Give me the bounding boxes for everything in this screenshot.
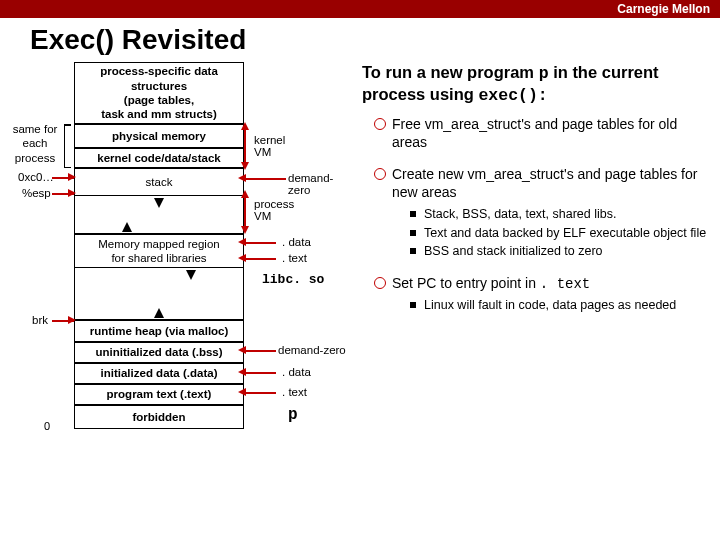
redhead-proc-u-icon (241, 190, 249, 198)
box-kernel-structs: process-specific data structures (page t… (74, 62, 244, 124)
label-dz2: demand-zero (278, 344, 346, 356)
kvm-l1: process-specific data (100, 65, 218, 77)
arrow-heap-up-icon (154, 308, 164, 318)
main-area: process-specific data structures (page t… (0, 62, 720, 532)
sub-list-3: Linux will fault in code, data pages as … (392, 297, 710, 314)
label-kernel-vm: kernel VM (254, 134, 285, 158)
mmap-l1: Memory mapped region (98, 237, 219, 251)
kvm-l2: structures (131, 80, 187, 92)
brace-kernel-icon (64, 124, 70, 168)
redline-text-icon (244, 392, 276, 394)
redhead-proc-d-icon (241, 226, 249, 234)
label-esp: %esp (22, 186, 51, 200)
bullet-2b: Text and data backed by ELF executable o… (410, 225, 710, 242)
box-text: program text (.text) (74, 384, 244, 405)
redline-shlib1-icon (244, 242, 276, 244)
label-process-vm: process VM (254, 198, 294, 222)
box-stack: stack (74, 168, 244, 196)
label-rdata1: . data (282, 236, 311, 248)
arrow-brk-head-icon (68, 316, 76, 324)
box-mmap: Memory mapped region for shared librarie… (74, 234, 244, 268)
label-rdata2: . data (282, 366, 311, 378)
label-rtext1: . text (282, 252, 307, 264)
redline-data-icon (244, 372, 276, 374)
box-heap: runtime heap (via malloc) (74, 320, 244, 342)
redhead-shlib1-icon (238, 238, 246, 246)
redhead-kvm-u-icon (241, 122, 249, 130)
bullet-2a: Stack, BSS, data, text, shared libs. (410, 206, 710, 223)
box-phys-mem: physical memory (74, 124, 244, 148)
label-same-for: same for each process (8, 122, 62, 165)
label-libc: libc. so (262, 272, 324, 287)
kvm-l4: task and mm structs) (101, 108, 217, 120)
subheading: To run a new program p in the current pr… (362, 62, 710, 107)
bullet-list: Free vm_area_struct's and page tables fo… (362, 115, 710, 314)
brand-bar: Carnegie Mellon (0, 0, 720, 18)
label-rtext2: . text (282, 386, 307, 398)
redhead-text-icon (238, 388, 246, 396)
arrow-0xc0-head-icon (68, 173, 76, 181)
box-data: initialized data (.data) (74, 363, 244, 384)
redhead-dz1-icon (238, 174, 246, 182)
arrow-stack-down-icon (154, 198, 164, 208)
redhead-data-icon (238, 368, 246, 376)
bullet-3a: Linux will fault in code, data pages as … (410, 297, 710, 314)
redline-dz2-icon (244, 350, 276, 352)
box-kernel-code: kernel code/data/stack (74, 148, 244, 168)
diagram: process-specific data structures (page t… (4, 62, 354, 532)
mmap-l2: for shared libraries (111, 251, 206, 265)
bullet-1: Free vm_area_struct's and page tables fo… (374, 115, 710, 151)
arrow-mmap-down-icon (186, 270, 196, 280)
bullet-3: Set PC to entry point in . text Linux wi… (374, 274, 710, 314)
bullet-2c: BSS and stack initialized to zero (410, 243, 710, 260)
bullet-2: Create new vm_area_struct's and page tab… (374, 165, 710, 260)
sub-list-2: Stack, BSS, data, text, shared libs. Tex… (392, 206, 710, 261)
label-p: p (288, 406, 298, 424)
arrow-esp-head-icon (68, 189, 76, 197)
slide-title: Exec() Revisited (0, 18, 720, 62)
label-dz1: demand-zero (288, 172, 354, 196)
label-zero: 0 (44, 420, 50, 432)
arrow-mmap-up-icon (122, 222, 132, 232)
box-forbidden: forbidden (74, 405, 244, 429)
redhead-kvm-d-icon (241, 162, 249, 170)
brand-text: Carnegie Mellon (617, 2, 710, 16)
redline-dz1-icon (244, 178, 286, 180)
redhead-dz2-icon (238, 346, 246, 354)
text-column: To run a new program p in the current pr… (354, 62, 710, 532)
box-bss: uninitialized data (.bss) (74, 342, 244, 363)
label-brk: brk (32, 313, 48, 327)
kvm-l3: (page tables, (124, 94, 194, 106)
redhead-shlib2-icon (238, 254, 246, 262)
label-0xc0: 0xc0… (18, 170, 54, 184)
redline-shlib2-icon (244, 258, 276, 260)
